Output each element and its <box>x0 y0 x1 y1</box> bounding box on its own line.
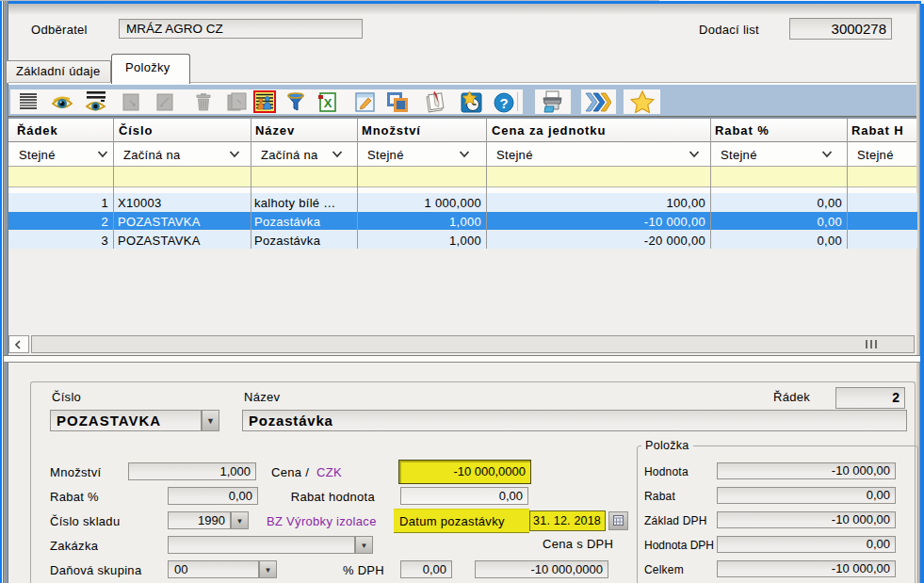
svg-text:?: ? <box>499 95 508 111</box>
svg-text:X: X <box>324 96 332 110</box>
